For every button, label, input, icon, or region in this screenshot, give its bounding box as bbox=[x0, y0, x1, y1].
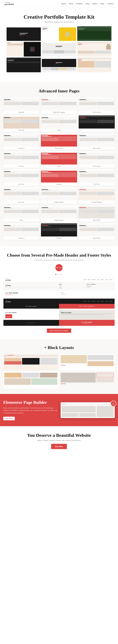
work-together-left: Let's Work Together info@studio.com bbox=[4, 290, 59, 297]
dark-nav-home: Home bbox=[83, 300, 86, 302]
nav-link-portfolio[interactable]: Portfolio bbox=[76, 2, 83, 4]
blocks-section: + Block Layouts bbox=[0, 339, 118, 394]
dark-nav-portfolio: Portfolio bbox=[92, 300, 96, 302]
header-variant-1: creative portfolio Home About Portfolio … bbox=[3, 277, 115, 297]
page-card-12: Our Team bbox=[3, 170, 39, 186]
page-card-title-13: Portfolio bbox=[41, 182, 77, 186]
variant3-btn[interactable]: Start now bbox=[6, 314, 12, 318]
page-card-title-6: Contact Us bbox=[3, 146, 39, 150]
inner-pages-title: Advanced Inner Pages bbox=[3, 89, 115, 94]
page-card-16: Single Portfolio bbox=[41, 188, 77, 204]
page-card-title-11: Job Positions bbox=[79, 164, 115, 168]
variant3-red-wt: Let's Work Together info@studio.com bbox=[59, 320, 114, 326]
site-logo[interactable]: creative portfolio bbox=[5, 2, 14, 6]
page-card-title-21: Contacts 2 bbox=[3, 236, 39, 240]
hero-section: Creative Portfolio Template Kit ThemeREX… bbox=[0, 7, 118, 82]
nav-link-shop: Shop bbox=[105, 279, 108, 280]
header-nav-light: creative portfolio Home About Portfolio … bbox=[4, 277, 114, 282]
nav-link-about: About bbox=[87, 279, 90, 280]
page-card-20: What We Do bbox=[79, 206, 115, 222]
hf-subtitle: Choose from a handy set of ready-made he… bbox=[3, 259, 115, 261]
wt-title-white: Let's Work Together bbox=[81, 322, 93, 323]
nav-link-gallery: Gallery bbox=[101, 279, 104, 280]
dot-red bbox=[63, 404, 63, 404]
page-card-title-19: Single Portfolio bbox=[41, 218, 77, 222]
start-btn-wrap: Start Exploring Demo bbox=[3, 328, 115, 333]
start-exploring-button[interactable]: Start Exploring Demo bbox=[47, 328, 71, 333]
nav-links: HomeAboutPortfolioBlogGalleryShopContact… bbox=[61, 2, 113, 4]
template-card-9 bbox=[77, 58, 111, 72]
screen-left bbox=[62, 406, 96, 417]
page-card-22: Portfolio bbox=[41, 224, 77, 240]
page-card-21: Contacts 2 bbox=[3, 224, 39, 240]
page-card-title-23: What We Do bbox=[79, 236, 115, 240]
template-card-1 bbox=[7, 26, 41, 41]
footer-preview: creative portfolio Pages Home About Port… bbox=[4, 282, 114, 290]
page-card-title-2: Recent News bbox=[79, 110, 115, 114]
page-card-2: Recent News bbox=[79, 98, 115, 114]
page-card-3: About Me bbox=[3, 116, 39, 132]
elementor-title: Elementor Page Builder bbox=[3, 400, 57, 405]
dark-nav-shop: Shop bbox=[105, 300, 108, 302]
hf-badge: 10+ Items bbox=[55, 264, 63, 271]
hero-subtitle: ThemeREX Template Kit: 40 Templates bbox=[3, 21, 115, 23]
page-card-9: Contacts bbox=[3, 152, 39, 168]
template-card-3 bbox=[77, 26, 111, 41]
page-card-title-1: About My Company bbox=[41, 110, 77, 114]
elementor-section: Elementor Page Builder Enjoy creative in… bbox=[0, 394, 118, 426]
dark-nav-links: Home About Portfolio Blog Gallery Shop C… bbox=[83, 300, 112, 302]
nav-link-contacts[interactable]: Contacts bbox=[107, 2, 113, 4]
page-card-title-7: Recent News bbox=[41, 146, 77, 150]
nav-link-gallery[interactable]: Gallery bbox=[92, 2, 97, 4]
dot-4[interactable] bbox=[60, 274, 61, 275]
page-card-17: Pricing Packages bbox=[79, 188, 115, 204]
page-card-title-3: About Me bbox=[3, 128, 39, 132]
block-thumb-2 bbox=[60, 354, 115, 370]
template-card-6 bbox=[77, 42, 111, 56]
screen-row bbox=[62, 413, 96, 417]
pages-grid: About Me About My Company bbox=[3, 98, 115, 240]
screen-img-1 bbox=[62, 406, 96, 412]
footer-col-2: Pages Home About Portfolio bbox=[59, 284, 85, 289]
nav-link-blog[interactable]: Blog bbox=[85, 2, 89, 4]
variant3-row: Let's start a project Start now What set… bbox=[4, 310, 114, 320]
nav-link-blog: Blog bbox=[97, 279, 99, 280]
dot-1[interactable] bbox=[55, 274, 56, 275]
variant3-left: Let's start a project Start now bbox=[4, 310, 59, 320]
page-card-title-14: Our Price bbox=[79, 182, 115, 186]
navbar: creative portfolio HomeAboutPortfolioBlo… bbox=[0, 0, 118, 7]
nav-link-shop[interactable]: Shop bbox=[100, 2, 104, 4]
nav-dots bbox=[3, 274, 115, 275]
header-variant-2: creative portfolio Home About Portfolio … bbox=[3, 298, 115, 309]
dot-5[interactable] bbox=[62, 274, 63, 275]
page-card-title-10: Gallery bbox=[41, 164, 77, 168]
dark-nav-about: About bbox=[87, 300, 90, 302]
page-card-1: About My Company bbox=[41, 98, 77, 114]
screen-right bbox=[96, 406, 114, 417]
dot-2[interactable] bbox=[57, 274, 58, 275]
header-variant-3: Let's start a project Start now What set… bbox=[3, 310, 115, 326]
elementor-demo-button[interactable]: Free Demo bbox=[3, 417, 15, 420]
page-card-title-0: About Me bbox=[3, 110, 39, 114]
screen-tall bbox=[96, 406, 114, 417]
nav-link-portfolio: Portfolio bbox=[92, 279, 96, 280]
page-card-14: Our Price bbox=[79, 170, 115, 186]
page-card-7: Recent News bbox=[41, 134, 77, 150]
dot-3[interactable] bbox=[59, 274, 59, 275]
nav-link-home[interactable]: Home bbox=[61, 2, 66, 4]
screen-content bbox=[62, 406, 114, 417]
cta-row-1: Let's start a project Let's start a proj… bbox=[4, 304, 114, 308]
footer-col-1: creative portfolio bbox=[6, 284, 58, 289]
page-card-13: Portfolio bbox=[41, 170, 77, 186]
nav-link-about[interactable]: About bbox=[69, 2, 73, 4]
page-card-18: Shop bbox=[3, 206, 39, 222]
template-card-2 bbox=[42, 26, 76, 41]
buy-now-button[interactable]: Buy Now bbox=[51, 444, 67, 449]
page-card-19: Single Portfolio bbox=[41, 206, 77, 222]
nav-link-contact: Contact bbox=[109, 279, 112, 280]
template-card-4 bbox=[7, 42, 41, 56]
template-card-8 bbox=[42, 58, 76, 72]
cta-right-red[interactable]: Let's start a project! bbox=[59, 304, 114, 308]
elementor-badge: 12 Demos+ bbox=[110, 401, 116, 406]
nav-link-home: Home bbox=[83, 279, 86, 280]
